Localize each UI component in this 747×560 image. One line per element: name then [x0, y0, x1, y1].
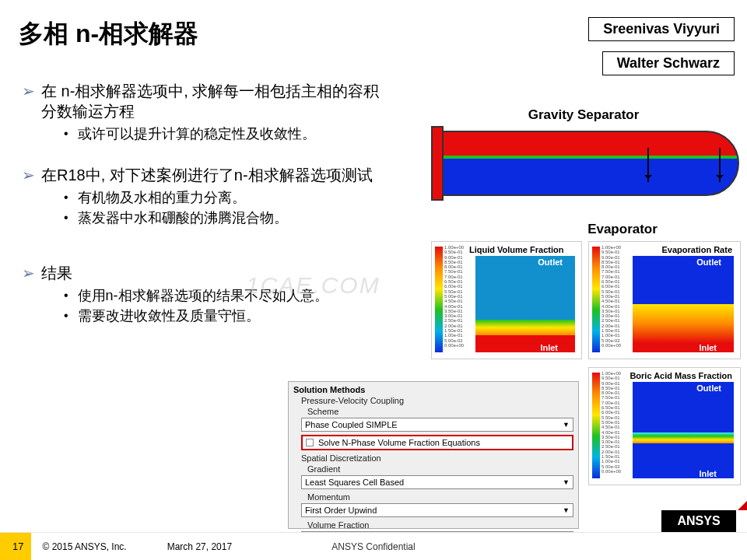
bullet-2: ➢ 在R18中, 对下述案例进行了n-相求解器选项测试 •有机物及水相的重力分离…: [22, 165, 394, 227]
boric-acid-panel: 1.00e+009.50e-019.00e-018.50e-018.00e-01…: [588, 367, 741, 485]
ansys-logo: ANSYS: [661, 510, 736, 532]
nphase-label: Solve N-Phase Volume Fraction Equations: [318, 438, 480, 447]
bullet-2-sub-1: 有机物及水相的重力分离。: [78, 188, 246, 207]
panel-title: Liquid Volume Fraction: [469, 245, 563, 254]
dot-icon: •: [64, 188, 68, 207]
outlet-label: Outlet: [696, 383, 721, 393]
bullet-2-sub-2: 蒸发器中水和硼酸的沸腾混合物。: [78, 208, 288, 227]
bullet-1-sub-1: 或许可以提升计算的稳定性及收敛性。: [78, 124, 316, 143]
inlet-label: Inlet: [699, 343, 717, 352]
inlet-label: Inlet: [540, 343, 558, 352]
evaporation-rate-panel: 1.00e+009.50e-019.00e-018.50e-018.00e-01…: [588, 241, 741, 359]
panel-title: Evaporation Rate: [662, 245, 732, 254]
chevron-down-icon: ▼: [563, 421, 570, 429]
momentum-label: Momentum: [307, 492, 573, 502]
legend-ticks: 1.00e+009.50e-019.00e-018.50e-018.00e-01…: [444, 245, 464, 355]
confidential-label: ANSYS Confidential: [331, 541, 415, 552]
bullet-2-text: 在R18中, 对下述案例进行了n-相求解器选项测试: [41, 165, 373, 185]
chevron-down-icon: ▼: [563, 478, 570, 486]
gravity-separator-label: Gravity Separator: [506, 107, 661, 123]
color-legend: [592, 373, 600, 478]
gravity-separator-figure: [431, 126, 739, 201]
dot-icon: •: [64, 306, 68, 325]
bullet-3-sub-2: 需要改进收敛性及质量守恒。: [78, 306, 260, 325]
color-legend: [435, 247, 443, 352]
bullet-1: ➢ 在 n-相求解器选项中, 求解每一相包括主相的容积分数输运方程 •或许可以提…: [22, 81, 394, 143]
pvc-label: Pressure-Velocity Coupling: [301, 396, 573, 405]
bullet-1-text: 在 n-相求解器选项中, 求解每一相包括主相的容积分数输运方程: [41, 81, 394, 121]
legend-ticks: 1.00e+009.50e-019.00e-018.50e-018.00e-01…: [601, 371, 621, 481]
gradient-label: Gradient: [307, 464, 573, 474]
arrow-icon: ➢: [22, 165, 35, 185]
legend-ticks: 1.00e+009.50e-019.00e-018.50e-018.00e-01…: [601, 245, 621, 355]
outlet-label: Outlet: [696, 257, 721, 267]
page-title: 多相 n-相求解器: [19, 17, 198, 51]
arrow-icon: ➢: [22, 263, 35, 283]
page-number: 17: [5, 533, 31, 560]
scheme-value: Phase Coupled SIMPLE: [305, 420, 398, 429]
scheme-combo[interactable]: Phase Coupled SIMPLE▼: [301, 418, 573, 432]
corner-decor-icon: [738, 501, 747, 510]
spatial-label: Spatial Discretization: [301, 453, 573, 463]
watermark: 1CAE.COM: [246, 272, 381, 299]
dot-icon: •: [64, 208, 68, 227]
momentum-value: First Order Upwind: [305, 506, 377, 515]
solution-heading: Solution Methods: [293, 385, 573, 394]
gradient-combo[interactable]: Least Squares Cell Based▼: [301, 475, 573, 489]
arrow-icon: ➢: [22, 81, 35, 101]
author-box-2: Walter Schwarz: [602, 51, 735, 75]
liquid-volume-fraction-panel: 1.00e+009.50e-019.00e-018.50e-018.00e-01…: [431, 241, 582, 359]
scheme-label: Scheme: [307, 407, 573, 416]
down-arrow-icon: [647, 148, 649, 182]
checkbox-icon[interactable]: [306, 439, 314, 446]
chevron-down-icon: ▼: [563, 506, 570, 514]
color-legend: [592, 247, 600, 352]
dot-icon: •: [64, 124, 68, 143]
dot-icon: •: [64, 286, 68, 305]
outlet-label: Outlet: [538, 257, 563, 267]
footer-bar: 17 © 2015 ANSYS, Inc. March 27, 2017 ANS…: [0, 532, 747, 560]
gradient-value: Least Squares Cell Based: [305, 478, 404, 487]
nphase-checkbox-row[interactable]: Solve N-Phase Volume Fraction Equations: [301, 435, 573, 450]
author-box-1: Sreenivas Viyyuri: [588, 17, 735, 41]
vf-label: Volume Fraction: [307, 520, 573, 530]
panel-title: Boric Acid Mass Fraction: [630, 371, 732, 380]
copyright: © 2015 ANSYS, Inc.: [42, 541, 126, 552]
evaporator-label: Evaporator: [568, 222, 677, 237]
solution-methods-panel: Solution Methods Pressure-Velocity Coupl…: [288, 381, 579, 529]
footer-date: March 27, 2017: [167, 541, 232, 552]
bullet-3-text: 结果: [41, 263, 72, 283]
momentum-combo[interactable]: First Order Upwind▼: [301, 503, 573, 517]
inlet-label: Inlet: [699, 469, 717, 478]
down-arrow-icon: [719, 148, 721, 182]
